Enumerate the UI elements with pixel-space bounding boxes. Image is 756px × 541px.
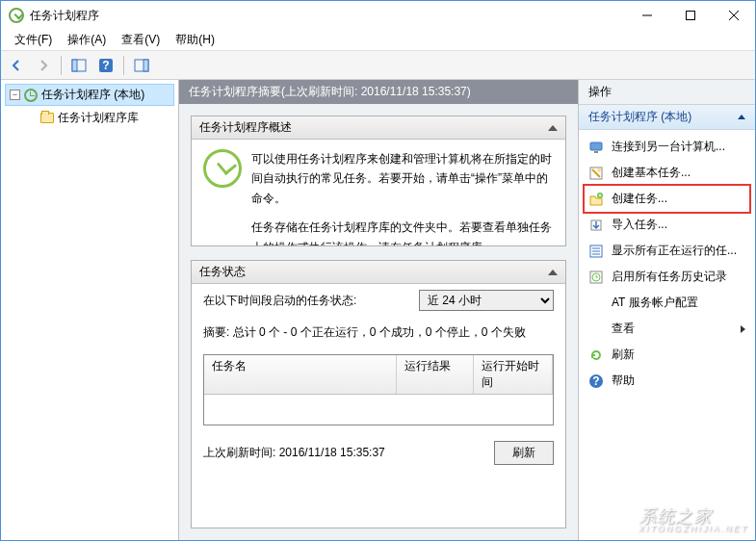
toolbar-separator bbox=[123, 56, 124, 75]
clock-large-icon bbox=[203, 149, 242, 188]
status-summary: 摘要: 总计 0 个 - 0 个正在运行，0 个成功，0 个停止，0 个失败 bbox=[192, 317, 565, 348]
status-period-select[interactable]: 近 24 小时 bbox=[419, 290, 554, 311]
help-icon: ? bbox=[588, 374, 604, 389]
actions-group-title: 任务计划程序 (本地) bbox=[588, 109, 691, 125]
tree-root-task-scheduler[interactable]: − 任务计划程序 (本地) bbox=[5, 84, 174, 106]
window-title: 任务计划程序 bbox=[30, 8, 625, 24]
blank-icon bbox=[588, 296, 604, 311]
tree-collapse-icon[interactable]: − bbox=[10, 90, 20, 100]
list-icon bbox=[588, 244, 604, 259]
wizard-icon bbox=[588, 166, 604, 181]
history-icon bbox=[588, 270, 604, 285]
action-item-label: 创建基本任务... bbox=[612, 165, 691, 181]
overview-p1: 可以使用任务计划程序来创建和管理计算机将在所指定的时间自动执行的常见任务。若要开… bbox=[251, 149, 554, 208]
center-panel: 任务计划程序摘要(上次刷新时间: 2016/11/18 15:35:37) 任务… bbox=[179, 80, 579, 540]
action-item-label: 连接到另一台计算机... bbox=[612, 139, 725, 155]
collapse-up-icon bbox=[548, 270, 558, 275]
action-item-4[interactable]: 显示所有正在运行的任... bbox=[585, 238, 749, 264]
show-hide-action-button[interactable] bbox=[130, 54, 153, 77]
svg-rect-5 bbox=[72, 60, 77, 71]
svg-text:?: ? bbox=[592, 374, 599, 388]
menu-file[interactable]: 文件(F) bbox=[7, 30, 60, 50]
svg-rect-10 bbox=[590, 142, 602, 150]
blank-icon bbox=[588, 322, 604, 337]
action-item-3[interactable]: 导入任务... bbox=[585, 212, 749, 238]
show-hide-tree-button[interactable] bbox=[67, 54, 91, 77]
svg-rect-9 bbox=[143, 60, 148, 71]
col-run-result[interactable]: 运行结果 bbox=[397, 355, 474, 394]
task-table: 任务名 运行结果 运行开始时间 bbox=[203, 354, 554, 425]
svg-rect-11 bbox=[594, 151, 598, 153]
action-item-label: 导入任务... bbox=[612, 217, 667, 233]
tree-library-label: 任务计划程序库 bbox=[58, 110, 139, 126]
help-button[interactable]: ? bbox=[94, 54, 117, 77]
titlebar: 任务计划程序 bbox=[1, 1, 755, 30]
tree-panel: − 任务计划程序 (本地) 任务计划程序库 bbox=[1, 80, 179, 540]
window-buttons bbox=[625, 1, 755, 30]
action-item-0[interactable]: 连接到另一台计算机... bbox=[585, 134, 749, 160]
menu-help[interactable]: 帮助(H) bbox=[168, 30, 222, 50]
computer-icon bbox=[588, 140, 604, 155]
overview-title: 任务计划程序概述 bbox=[199, 119, 292, 136]
svg-rect-1 bbox=[686, 12, 694, 20]
menu-view[interactable]: 查看(V) bbox=[114, 30, 168, 50]
maximize-button[interactable] bbox=[668, 1, 712, 30]
actions-list: 连接到另一台计算机...创建基本任务...创建任务...导入任务...显示所有正… bbox=[579, 130, 755, 398]
collapse-up-icon bbox=[738, 115, 745, 119]
toolbar-separator bbox=[61, 56, 62, 75]
status-title: 任务状态 bbox=[199, 264, 246, 280]
menubar: 文件(F) 操作(A) 查看(V) 帮助(H) bbox=[1, 30, 755, 51]
action-item-6[interactable]: AT 服务帐户配置 bbox=[585, 290, 749, 316]
forward-button[interactable] bbox=[32, 54, 55, 77]
overview-section-header[interactable]: 任务计划程序概述 bbox=[192, 116, 565, 140]
actions-group-header[interactable]: 任务计划程序 (本地) bbox=[579, 105, 755, 130]
minimize-button[interactable] bbox=[625, 1, 668, 30]
action-item-label: 显示所有正在运行的任... bbox=[612, 243, 737, 259]
clock-icon bbox=[24, 89, 38, 102]
action-item-label: 启用所有任务历史记录 bbox=[612, 269, 727, 285]
overview-section: 任务计划程序概述 可以使用任务计划程序来创建和管理计算机将在所指定的时间自动执行… bbox=[191, 116, 566, 246]
collapse-up-icon bbox=[548, 125, 558, 131]
import-icon bbox=[588, 218, 604, 233]
menu-action[interactable]: 操作(A) bbox=[60, 30, 114, 50]
center-body: 任务计划程序概述 可以使用任务计划程序来创建和管理计算机将在所指定的时间自动执行… bbox=[179, 104, 578, 540]
tree-root-label: 任务计划程序 (本地) bbox=[41, 87, 144, 103]
status-section: 任务状态 在以下时间段启动的任务状态: 近 24 小时 摘要: 总计 0 个 -… bbox=[191, 260, 566, 528]
action-item-label: AT 服务帐户配置 bbox=[612, 295, 698, 311]
action-item-5[interactable]: 启用所有任务历史记录 bbox=[585, 264, 749, 290]
action-item-7[interactable]: 查看 bbox=[585, 316, 749, 342]
action-item-9[interactable]: ?帮助 bbox=[585, 368, 749, 394]
col-run-start[interactable]: 运行开始时间 bbox=[474, 355, 553, 394]
center-header: 任务计划程序摘要(上次刷新时间: 2016/11/18 15:35:37) bbox=[179, 80, 578, 104]
action-item-label: 帮助 bbox=[612, 373, 635, 389]
refresh-button[interactable]: 刷新 bbox=[494, 441, 554, 465]
folder-new-icon bbox=[588, 192, 604, 207]
app-clock-icon bbox=[9, 8, 24, 23]
status-section-header[interactable]: 任务状态 bbox=[192, 261, 565, 284]
action-item-2[interactable]: 创建任务... bbox=[585, 186, 749, 212]
table-header-row: 任务名 运行结果 运行开始时间 bbox=[204, 355, 553, 395]
action-item-label: 查看 bbox=[612, 321, 635, 337]
back-button[interactable] bbox=[5, 54, 28, 77]
action-item-label: 创建任务... bbox=[612, 191, 667, 207]
actions-panel-title: 操作 bbox=[579, 80, 755, 105]
svg-point-13 bbox=[597, 168, 601, 172]
toolbar: ? bbox=[1, 51, 755, 80]
svg-text:?: ? bbox=[102, 59, 109, 72]
action-item-8[interactable]: 刷新 bbox=[585, 342, 749, 368]
action-item-1[interactable]: 创建基本任务... bbox=[585, 160, 749, 186]
refresh-icon bbox=[588, 348, 604, 363]
last-refresh-label: 上次刷新时间: 2016/11/18 15:35:37 bbox=[203, 445, 385, 461]
close-button[interactable] bbox=[712, 1, 755, 30]
chevron-right-icon bbox=[741, 325, 745, 333]
status-period-label: 在以下时间段启动的任务状态: bbox=[203, 293, 356, 309]
tree-node-library[interactable]: 任务计划程序库 bbox=[22, 108, 174, 128]
overview-p2: 任务存储在任务计划程序库的文件夹中。若要查看单独任务上的操作或执行该操作，请在任… bbox=[251, 218, 554, 245]
folder-icon bbox=[40, 113, 54, 123]
overview-text: 可以使用任务计划程序来创建和管理计算机将在所指定的时间自动执行的常见任务。若要开… bbox=[251, 149, 554, 245]
action-item-label: 刷新 bbox=[612, 347, 635, 363]
main-area: − 任务计划程序 (本地) 任务计划程序库 任务计划程序摘要(上次刷新时间: 2… bbox=[1, 80, 755, 540]
actions-panel: 操作 任务计划程序 (本地) 连接到另一台计算机...创建基本任务...创建任务… bbox=[579, 80, 755, 540]
col-task-name[interactable]: 任务名 bbox=[204, 355, 397, 394]
